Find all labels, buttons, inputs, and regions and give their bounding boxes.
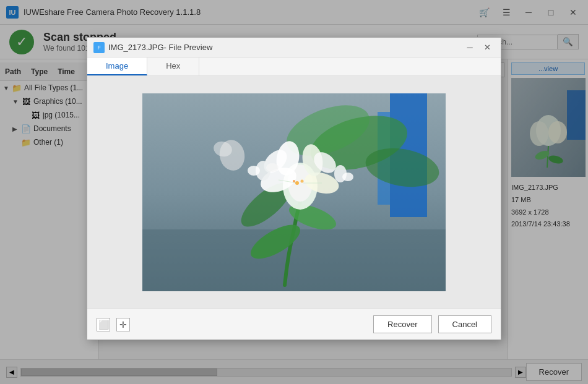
dialog-image-content xyxy=(87,76,501,309)
dialog-tabs: Image Hex xyxy=(87,58,501,76)
svg-point-34 xyxy=(301,180,304,183)
svg-point-33 xyxy=(295,181,299,185)
dialog-recover-button[interactable]: Recover xyxy=(373,315,431,333)
dialog-overlay: F IMG_2173.JPG- File Preview ─ ✕ Image H… xyxy=(0,0,588,384)
zoom-move-button[interactable]: ✛ xyxy=(116,318,130,331)
tab-hex[interactable]: Hex xyxy=(147,58,199,75)
flower-image xyxy=(142,93,446,291)
dialog-cancel-button[interactable]: Cancel xyxy=(438,315,491,333)
dialog-minimize-button[interactable]: ─ xyxy=(462,41,477,54)
svg-point-35 xyxy=(293,180,295,182)
zoom-fit-button[interactable]: ⬜ xyxy=(97,318,110,331)
file-preview-dialog: F IMG_2173.JPG- File Preview ─ ✕ Image H… xyxy=(87,37,501,340)
dialog-window-controls: ─ ✕ xyxy=(462,41,495,54)
dialog-footer: ⬜ ✛ Recover Cancel xyxy=(87,309,501,339)
dialog-close-button[interactable]: ✕ xyxy=(480,41,495,54)
dialog-action-buttons: Recover Cancel xyxy=(373,315,491,333)
dialog-titlebar: F IMG_2173.JPG- File Preview ─ ✕ xyxy=(87,38,501,58)
svg-point-29 xyxy=(248,166,260,176)
zoom-controls: ⬜ ✛ xyxy=(97,318,130,331)
svg-point-30 xyxy=(266,163,279,172)
dialog-icon: F xyxy=(93,42,105,53)
tab-image[interactable]: Image xyxy=(87,58,147,75)
dialog-title: IMG_2173.JPG- File Preview xyxy=(108,43,462,52)
svg-point-32 xyxy=(342,173,353,181)
